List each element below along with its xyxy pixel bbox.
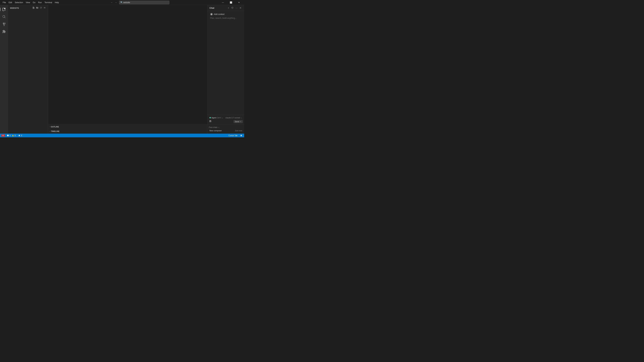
chat-mode-row: Agent Ctrl+I ⌄ claude-3.7-sonnet ⌄ <box>209 116 243 119</box>
image-upload-button[interactable] <box>209 120 212 123</box>
chat-bottom-row: Send <box>209 120 243 123</box>
new-composer-time: Just now <box>235 130 242 132</box>
menu-terminal[interactable]: Terminal <box>43 1 53 4</box>
agent-dot <box>210 117 211 118</box>
new-composer-label: New composer <box>210 130 222 132</box>
chat-close-button[interactable]: ✕ <box>239 6 242 10</box>
agent-selector-button[interactable]: Agent Ctrl+I ⌄ <box>209 116 224 119</box>
search-activity-icon <box>2 15 6 18</box>
error-count: 0 <box>10 134 10 136</box>
title-bar-left: File Edit Selection View Go Run Terminal… <box>1 1 60 4</box>
chat-header-actions: + ··· ✕ <box>227 6 242 10</box>
sidebar-title: WEBSITE <box>10 7 19 9</box>
status-x-button[interactable]: ✕ <box>1 134 5 137</box>
new-file-button[interactable] <box>32 6 35 10</box>
model-chevron: ⌄ <box>241 117 242 118</box>
image-icon <box>209 120 212 122</box>
new-chat-button[interactable]: + <box>227 6 230 10</box>
send-label: Send <box>235 120 239 122</box>
chat-history-button[interactable] <box>230 6 234 10</box>
at-icon <box>211 14 212 15</box>
timeline-label[interactable]: TIMELINE <box>51 130 59 132</box>
refresh-button[interactable] <box>40 6 42 10</box>
timeline-section[interactable]: › TIMELINE <box>48 129 207 134</box>
minimize-button[interactable]: — <box>219 0 227 5</box>
explorer-icon <box>2 8 6 11</box>
add-context-icon <box>210 13 213 16</box>
activity-bar <box>0 5 8 134</box>
notification-icon <box>240 134 242 136</box>
main-container: WEBSITE <box>0 5 244 134</box>
status-left: ✕ 0 0 0 <box>1 134 23 137</box>
maximize-button[interactable]: ⬜ <box>227 0 235 5</box>
title-bar-center: ← → 🔍 <box>60 1 219 4</box>
agent-chevron: ⌄ <box>222 117 223 118</box>
past-chats-header[interactable]: Past chats ⌄ <box>209 126 243 128</box>
agent-shortcut: Ctrl+I <box>217 117 221 119</box>
chat-body: Add context Plan, search, build anything… <box>208 11 244 115</box>
sidebar: WEBSITE <box>8 5 48 134</box>
timeline-arrow: › <box>50 130 50 132</box>
outline-label[interactable]: OUTLINE <box>51 126 59 128</box>
model-selector-button[interactable]: claude-3.7-sonnet ⌄ <box>225 116 243 119</box>
chat-input-area[interactable]: Plan, search, build anything... <box>209 16 243 114</box>
search-input[interactable] <box>119 1 170 4</box>
back-button[interactable]: ← <box>110 1 114 4</box>
status-bar: ✕ 0 0 0 Cursor Tab <box>0 134 244 137</box>
activity-extensions[interactable] <box>1 28 8 35</box>
menu-help[interactable]: Help <box>54 1 60 4</box>
search-container: 🔍 <box>119 1 170 4</box>
chat-panel: Chat + ··· ✕ Add context <box>207 5 244 134</box>
new-folder-icon <box>36 6 38 9</box>
menu-run[interactable]: Run <box>37 1 43 4</box>
outline-arrow: › <box>50 126 50 128</box>
menu-selection[interactable]: Selection <box>14 1 24 4</box>
chat-header: Chat + ··· ✕ <box>208 5 244 11</box>
status-notifications[interactable]: 0 <box>18 134 23 136</box>
chat-placeholder: Plan, search, build anything... <box>210 17 236 19</box>
editor-area: › OUTLINE › TIMELINE <box>48 5 207 134</box>
send-button[interactable]: Send <box>234 120 243 123</box>
status-right: Cursor Tab <box>228 134 243 136</box>
cursor-tab-status[interactable]: Cursor Tab <box>228 134 238 136</box>
title-bar: File Edit Selection View Go Run Terminal… <box>0 0 244 5</box>
error-icon <box>7 134 9 136</box>
menu-edit[interactable]: Edit <box>7 1 14 4</box>
editor-main <box>48 5 207 124</box>
activity-explorer[interactable] <box>1 6 8 13</box>
model-label: claude-3.7-sonnet <box>226 117 240 119</box>
extensions-icon <box>2 30 6 33</box>
chat-footer: Agent Ctrl+I ⌄ claude-3.7-sonnet ⌄ Send <box>208 115 244 124</box>
new-folder-button[interactable] <box>36 6 39 10</box>
bottom-panels: › OUTLINE › TIMELINE <box>48 124 207 134</box>
agent-label: Agent <box>212 117 216 119</box>
collapse-button[interactable] <box>43 6 46 10</box>
sidebar-header: WEBSITE <box>8 5 48 11</box>
menu-go[interactable]: Go <box>31 1 37 4</box>
activity-search[interactable] <box>1 14 8 20</box>
chat-more-button[interactable]: ··· <box>235 6 238 10</box>
menu-view[interactable]: View <box>24 1 31 4</box>
status-errors[interactable]: 0 0 <box>6 134 16 136</box>
history-icon <box>231 6 234 9</box>
notification-bell-status[interactable] <box>240 134 243 136</box>
new-file-icon <box>32 6 35 9</box>
past-chats-label: Past chats <box>209 126 217 128</box>
notifications-count: 0 <box>21 134 22 136</box>
nav-arrows: ← → <box>110 1 118 4</box>
menu-bar: File Edit Selection View Go Run Terminal… <box>1 1 60 4</box>
activity-source-control[interactable] <box>1 21 8 28</box>
close-button[interactable]: ✕ <box>235 0 243 5</box>
warning-count: 0 <box>14 134 16 136</box>
menu-file[interactable]: File <box>1 1 7 4</box>
chat-title: Chat <box>210 7 214 9</box>
add-context-button[interactable]: Add context <box>209 12 243 16</box>
collapse-icon <box>44 6 46 9</box>
add-context-label: Add context <box>214 13 224 16</box>
past-chats-item[interactable]: New composer Just now <box>209 129 243 132</box>
refresh-icon <box>40 6 42 9</box>
outline-section[interactable]: › OUTLINE <box>48 124 207 129</box>
source-control-icon <box>2 22 6 26</box>
warning-icon <box>12 134 14 136</box>
forward-button[interactable]: → <box>114 1 118 4</box>
